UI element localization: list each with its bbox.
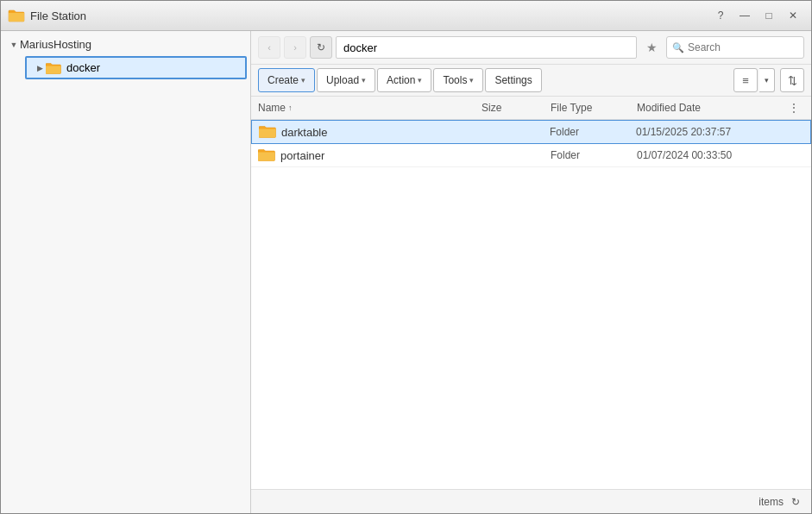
address-refresh-icon: ↻ [317, 41, 325, 53]
window-controls: ? — □ ✕ [709, 6, 804, 25]
minimize-button[interactable]: — [733, 6, 756, 25]
sort-arrow-name: ↑ [288, 103, 293, 112]
file-date: 01/07/2024 00:33:50 [637, 149, 784, 161]
search-input[interactable] [688, 41, 791, 53]
main-content: ▼ MariusHosting ▶ docker ‹ [1, 31, 811, 513]
sort-button[interactable]: ⇅ [780, 68, 804, 92]
search-icon: 🔍 [672, 42, 684, 53]
table-row[interactable]: portainer Folder 01/07/2024 00:33:50 [251, 144, 811, 167]
root-collapse-arrow: ▼ [8, 39, 20, 51]
title-folder-icon [8, 9, 25, 22]
file-name-cell: darktable [259, 125, 481, 139]
action-button[interactable]: Action ▾ [377, 68, 431, 92]
upload-button[interactable]: Upload ▾ [317, 68, 375, 92]
tools-button[interactable]: Tools ▾ [433, 68, 483, 92]
sidebar: ▼ MariusHosting ▶ docker [1, 31, 251, 513]
view-dropdown-arrow: ▾ [765, 76, 769, 85]
status-bar: items ↻ [251, 489, 811, 513]
view-mode-button[interactable]: ≡ [733, 68, 758, 92]
file-list: Name ↑ Size File Type Modified Date ⋮ da… [251, 97, 811, 489]
create-button[interactable]: Create ▾ [258, 68, 315, 92]
table-row[interactable]: darktable Folder 01/15/2025 20:37:57 [251, 120, 811, 144]
forward-button[interactable]: › [284, 36, 306, 59]
items-count-label: items [758, 496, 784, 508]
sidebar-children: ▶ docker [1, 56, 250, 79]
upload-dropdown-arrow: ▾ [362, 76, 366, 85]
file-station-window: File Station ? — □ ✕ ▼ MariusHosting ▶ [0, 0, 812, 514]
folder-icon [258, 148, 275, 162]
file-name: darktable [281, 126, 327, 139]
file-rows-container: darktable Folder 01/15/2025 20:37:57 por… [251, 120, 811, 167]
tools-dropdown-arrow: ▾ [469, 76, 474, 85]
maximize-button[interactable]: □ [758, 6, 780, 25]
view-list-icon: ≡ [742, 74, 749, 87]
file-list-header: Name ↑ Size File Type Modified Date ⋮ [251, 97, 811, 120]
file-type: Folder [551, 149, 637, 161]
file-date: 01/15/2025 20:37:57 [636, 126, 783, 138]
settings-button[interactable]: Settings [485, 68, 541, 92]
sidebar-root-item[interactable]: ▼ MariusHosting [1, 34, 250, 54]
close-button[interactable]: ✕ [782, 6, 804, 25]
search-box: 🔍 [666, 36, 804, 59]
titlebar: File Station ? — □ ✕ [1, 1, 811, 31]
file-type: Folder [550, 126, 636, 138]
address-bar: ‹ › ↻ ★ 🔍 [251, 31, 811, 65]
status-refresh-button[interactable]: ↻ [787, 493, 804, 511]
address-refresh-button[interactable]: ↻ [310, 36, 332, 59]
create-dropdown-arrow: ▾ [301, 76, 305, 85]
sidebar-docker-label: docker [66, 61, 100, 74]
toolbar: Create ▾ Upload ▾ Action ▾ Tools ▾ Setti… [251, 65, 811, 97]
column-more[interactable]: ⋮ [784, 102, 804, 114]
right-panel: ‹ › ↻ ★ 🔍 Create [251, 31, 811, 513]
folder-icon [259, 125, 276, 139]
help-button[interactable]: ? [709, 6, 732, 25]
column-size: Size [482, 102, 551, 114]
file-name-cell: portainer [258, 148, 482, 162]
column-date: Modified Date [637, 102, 784, 114]
window-title: File Station [30, 9, 709, 22]
view-dropdown-button[interactable]: ▾ [759, 68, 775, 92]
star-icon: ★ [646, 41, 658, 54]
column-name: Name ↑ [258, 102, 482, 114]
sort-icon: ⇅ [788, 74, 797, 87]
sidebar-item-docker[interactable]: ▶ docker [25, 56, 247, 79]
sidebar-root-label: MariusHosting [20, 38, 91, 51]
docker-folder-icon [46, 62, 61, 74]
favorite-button[interactable]: ★ [640, 36, 663, 59]
file-name: portainer [280, 149, 324, 162]
back-arrow-icon: ‹ [268, 42, 271, 53]
path-input[interactable] [336, 36, 637, 59]
docker-arrow: ▶ [34, 62, 46, 74]
forward-arrow-icon: › [293, 42, 297, 53]
back-button[interactable]: ‹ [258, 36, 280, 59]
status-refresh-icon: ↻ [791, 496, 800, 508]
column-type: File Type [551, 102, 637, 114]
action-dropdown-arrow: ▾ [418, 76, 422, 85]
